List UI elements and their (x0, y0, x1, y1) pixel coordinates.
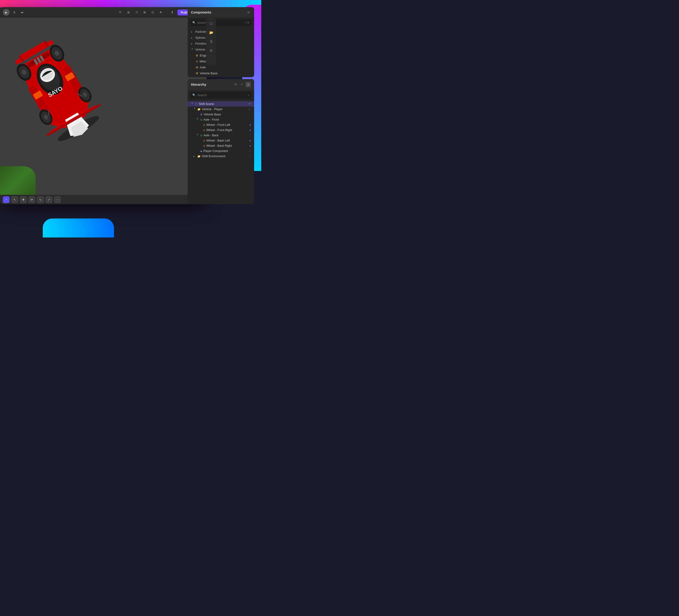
components-search-input[interactable] (197, 21, 244, 25)
share-icon[interactable]: ⬆ (169, 9, 175, 16)
wheel-icon: ⊙ (196, 60, 198, 63)
vehicle-base-icon: ⚙ (196, 72, 198, 75)
wheel-bl-dot (250, 140, 251, 141)
hierarchy-filter-icon[interactable]: ≡ (248, 94, 249, 97)
expand-tool-button[interactable]: ⤢ (45, 196, 52, 203)
shift-environment-item[interactable]: ▶ 📁 Shift Environment 👁̶ (188, 154, 254, 159)
grid-icon[interactable]: ⊞ (125, 9, 132, 16)
axle-back-item[interactable]: ▶ ⊙ Axle - Back 👁 (188, 133, 254, 138)
particles-category[interactable]: ▶ Particles (188, 29, 254, 35)
axle-front-label: Axle - Front (203, 118, 219, 121)
player-comp-icon: ◈ (200, 150, 202, 153)
side-icon-bar: ⬡ 📂 ☰ ⚙ (206, 18, 216, 65)
engine-icon: ⚙ (196, 54, 198, 57)
hierarchy-panel-header: Hierarchy ≪ ≡ + (188, 79, 254, 90)
vehicle-base-item[interactable]: ⚙ Vehicle Base (188, 70, 254, 76)
player-comp-eye-icon[interactable]: 👁̶ (249, 150, 251, 153)
vehicle-player-folder-icon: 📁 (197, 108, 201, 111)
wheel-front-left-label: Wheel - Front Left (206, 123, 230, 127)
hierarchy-panel: Hierarchy ≪ ≡ + 🔍 ≡ ▶ ⬡ Shift Scene 👁 (188, 79, 254, 204)
filter-icon[interactable]: ≡ (245, 21, 246, 24)
vehicle-base-h-label: Vehicle Base (204, 113, 221, 116)
play-button[interactable]: ▶ (3, 9, 9, 16)
settings-tab-icon[interactable]: ⚙ (207, 47, 215, 54)
hierarchy-search-bar[interactable]: 🔍 ≡ (190, 92, 252, 98)
component-tree: ▶ Particles ▶ Splines ▶ Primitives ▶ Veh… (188, 28, 254, 77)
shift-scene-item[interactable]: ▶ ⬡ Shift Scene 👁 (188, 101, 254, 107)
vehicle-category[interactable]: ▶ Vehicle (188, 46, 254, 53)
engine-item[interactable]: ⚙ Engine (188, 53, 254, 58)
primitives-category[interactable]: ▶ Primitives (188, 41, 254, 46)
axle-item[interactable]: ⚙ Axle (188, 64, 254, 70)
particles-arrow: ▶ (191, 31, 194, 33)
frame-icon[interactable]: ⊡ (150, 9, 156, 16)
shift-environment-label: Shift Environment (202, 155, 225, 158)
wheel-front-right-item[interactable]: ▶ ⊙ Wheel - Front Right (188, 128, 254, 133)
rotate-tool-button[interactable]: ⟳ (29, 196, 35, 203)
scene-icon: ⬡ (195, 102, 198, 106)
wheel-back-right-label: Wheel - Back Right (206, 144, 232, 148)
shift-scene-eye-icon[interactable]: 👁 (249, 103, 251, 105)
magnet-icon[interactable]: ⊓ (133, 9, 140, 16)
player-component-item[interactable]: ▶ ◈ Player Component 👁̶ (188, 149, 254, 154)
components-panel: Components ≪ 🔍 ≡ ⊞ ▶ Particles ▶ Splines (188, 7, 254, 77)
eye-icon[interactable]: 👁 (158, 9, 164, 16)
hierarchy-search-input[interactable] (197, 93, 247, 97)
components-collapse-btn[interactable]: ≪ (246, 10, 251, 15)
vehicle-base-h-item[interactable]: ▶ ⚙ Vehicle Base 👁 (188, 112, 254, 117)
wheel-front-right-label: Wheel - Front Right (206, 128, 232, 132)
scale-tool-button[interactable]: ⤡ (37, 196, 44, 203)
axle-back-label: Axle - Back (203, 134, 219, 137)
vehicle-label: Vehicle (195, 48, 205, 51)
axle-back-arrow: ▶ (196, 134, 199, 137)
select-tool-button[interactable]: ↖ (11, 196, 18, 203)
shift-env-folder-icon: 📁 (197, 155, 201, 158)
transform-icon[interactable]: ⇱ (117, 9, 124, 16)
skip-button[interactable]: ⏭ (19, 9, 26, 16)
hierarchy-title: Hierarchy (191, 83, 233, 87)
wheel-back-left-label: Wheel - Back Left (206, 139, 230, 142)
wheel-back-right-item[interactable]: ▶ ⊙ Wheel - Back Right (188, 143, 254, 149)
axle-front-item[interactable]: ▶ ⊙ Axle - Front 👁 (188, 117, 254, 122)
axle-front-arrow: ▶ (196, 118, 199, 121)
hierarchy-add-btn[interactable]: + (246, 82, 251, 87)
components-icon[interactable]: ⬡ (207, 20, 215, 27)
splines-category[interactable]: ▶ Splines (188, 35, 254, 41)
shift-scene-arrow: ▶ (191, 103, 194, 105)
hierarchy-search-icon: 🔍 (192, 94, 196, 97)
more-tools-button[interactable]: ··· (54, 196, 61, 203)
vehicle-player-eye-icon[interactable]: 👁 (249, 108, 251, 111)
wheel-item[interactable]: ⊙ Wheel (188, 58, 254, 64)
wheel-fl-icon: ⊙ (203, 124, 205, 127)
wheel-fr-icon: ⊙ (203, 129, 205, 132)
splines-label: Splines (195, 36, 205, 39)
align-icon[interactable]: ⊠ (141, 9, 148, 16)
player-component-label: Player Component (203, 150, 228, 153)
axle-icon: ⚙ (196, 66, 198, 69)
viewport[interactable]: SAYO ⚙ (0, 18, 206, 195)
add-object-button[interactable]: + (3, 196, 9, 203)
wheel-back-left-item[interactable]: ▶ ⊙ Wheel - Back Left (188, 138, 254, 143)
vehicle-player-item[interactable]: ▶ 📁 Vehicle - Player 👁 (188, 107, 254, 112)
pause-button[interactable]: ⏸ (11, 9, 18, 16)
hierarchy-collapse-btn[interactable]: ≪ (233, 82, 238, 87)
primitives-arrow: ▶ (191, 42, 194, 45)
scene-list-icon[interactable]: ☰ (207, 38, 215, 45)
shift-env-eye-icon[interactable]: 👁̶ (249, 155, 251, 158)
wheel-fr-dot (250, 130, 251, 131)
axle-back-icon: ⊙ (200, 134, 202, 137)
assets-icon[interactable]: 📂 (207, 29, 215, 36)
particles-label: Particles (195, 30, 207, 33)
components-title: Components (191, 10, 246, 14)
components-search-icon: 🔍 (192, 21, 196, 24)
hierarchy-filter-btn[interactable]: ≡ (239, 82, 244, 87)
shift-env-arrow: ▶ (193, 155, 196, 157)
shift-scene-label: Shift Scene (199, 102, 214, 106)
wheel-front-left-item[interactable]: ▶ ⊙ Wheel - Front Left (188, 122, 254, 128)
axle-front-icon: ⊙ (200, 118, 202, 121)
editor-window: ▶ ⏸ ⏭ ⇱ ⊞ ⊓ ⊠ ⊡ 👁 ⬆ Publish ? (0, 7, 206, 204)
components-search-bar[interactable]: 🔍 ≡ ⊞ (190, 20, 252, 26)
toolbar-left: ▶ ⏸ ⏭ (3, 9, 26, 16)
move-tool-button[interactable]: ✥ (20, 196, 27, 203)
grid-view-icon[interactable]: ⊞ (247, 21, 249, 24)
